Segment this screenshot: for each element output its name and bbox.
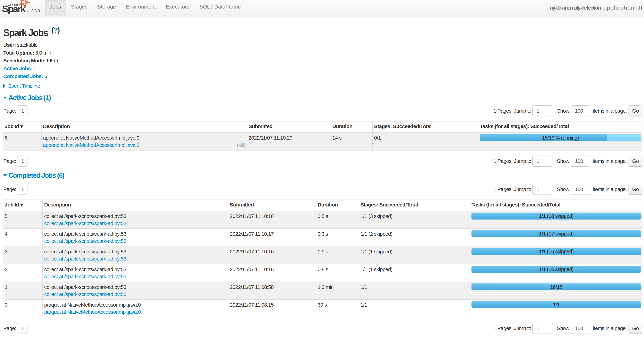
svg-text:TM: TM xyxy=(27,11,29,12)
svg-text:3.3.0: 3.3.0 xyxy=(31,9,40,13)
svg-text:APACHE: APACHE xyxy=(8,4,19,6)
